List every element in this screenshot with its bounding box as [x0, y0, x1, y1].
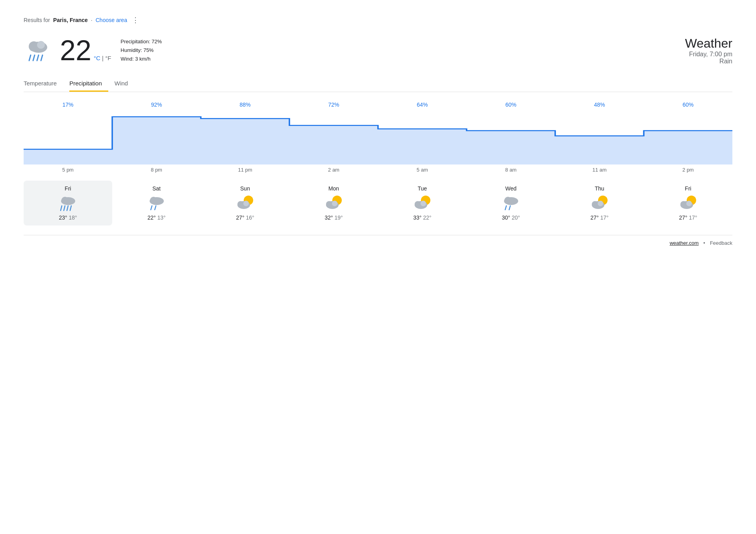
svg-line-16	[155, 206, 156, 210]
weather-left: 22 °C | °F Precipitation: 72% Humidity: …	[24, 36, 162, 65]
day-item-0[interactable]: Fri23° 18°	[24, 181, 112, 225]
svg-point-2	[37, 41, 45, 49]
svg-line-5	[37, 55, 39, 61]
day-item-7[interactable]: Fri27° 17°	[644, 181, 732, 225]
temperature-value: 22	[60, 36, 91, 65]
svg-point-40	[686, 201, 692, 206]
chart-area	[24, 109, 732, 164]
day-temps-4: 33° 22°	[413, 214, 431, 221]
chart-label-4: 64%	[378, 102, 467, 108]
svg-line-32	[509, 206, 510, 210]
time-label-4: 5 am	[378, 167, 467, 173]
day-icon-4	[412, 195, 433, 211]
svg-point-28	[421, 201, 426, 206]
separator-dot: ·	[91, 17, 93, 23]
day-icon-2	[235, 195, 256, 211]
time-label-5: 8 am	[467, 167, 555, 173]
day-item-1[interactable]: Sat22° 13°	[112, 181, 201, 225]
svg-point-35	[592, 201, 598, 207]
low-temp-1: 13°	[157, 214, 165, 221]
chart-top-labels: 17%92%88%72%64%60%48%60%	[24, 102, 732, 108]
time-label-2: 11 pm	[201, 167, 289, 173]
unit-block: °C | °F	[94, 55, 111, 61]
svg-line-15	[151, 206, 152, 210]
svg-point-24	[332, 201, 337, 206]
tab-precipitation[interactable]: Precipitation	[69, 76, 108, 92]
day-temps-7: 27° 17°	[679, 214, 697, 221]
time-label-7: 2 pm	[644, 167, 732, 173]
svg-point-27	[415, 201, 421, 207]
day-item-2[interactable]: Sun27° 16°	[201, 181, 289, 225]
day-forecast: Fri23° 18°Sat22° 13°Sun27° 16°Mon32° 19°…	[24, 181, 732, 225]
high-temp-4: 33°	[413, 214, 421, 221]
day-icon-5	[501, 195, 521, 211]
weather-date: Friday, 7:00 pm	[685, 51, 732, 58]
day-item-6[interactable]: Thu27° 17°	[555, 181, 644, 225]
choose-area-link[interactable]: Choose area	[96, 17, 127, 23]
time-label-3: 2 am	[289, 167, 378, 173]
day-name-2: Sun	[240, 185, 250, 192]
high-temp-7: 27°	[679, 214, 687, 221]
weather-source-link[interactable]: weather.com	[670, 240, 699, 246]
svg-point-36	[598, 201, 603, 206]
day-temps-6: 27° 17°	[590, 214, 608, 221]
day-item-4[interactable]: Tue33° 22°	[378, 181, 467, 225]
day-icon-1	[146, 195, 167, 211]
low-temp-2: 16°	[246, 214, 254, 221]
high-temp-3: 32°	[324, 214, 333, 221]
location: Paris, France	[53, 17, 88, 23]
chart-label-2: 88%	[201, 102, 289, 108]
time-labels: 5 pm8 pm11 pm2 am5 am8 am11 am2 pm	[24, 167, 732, 173]
svg-line-10	[64, 206, 65, 211]
day-item-3[interactable]: Mon32° 19°	[289, 181, 378, 225]
day-temps-1: 22° 13°	[147, 214, 165, 221]
day-name-4: Tue	[418, 185, 427, 192]
time-label-1: 8 pm	[112, 167, 201, 173]
weather-right: Weather Friday, 7:00 pm Rain	[685, 36, 732, 65]
high-temp-6: 27°	[590, 214, 598, 221]
day-temps-3: 32° 19°	[324, 214, 343, 221]
weather-condition: Rain	[685, 58, 732, 65]
high-temp-0: 23°	[59, 214, 67, 221]
svg-line-9	[61, 206, 62, 211]
low-temp-7: 17°	[689, 214, 697, 221]
results-prefix: Results for	[24, 17, 50, 23]
feedback-link[interactable]: Feedback	[710, 240, 732, 246]
tab-temperature[interactable]: Temperature	[24, 76, 63, 92]
low-temp-0: 18°	[69, 214, 77, 221]
footer-dot: •	[703, 240, 705, 246]
high-temp-2: 27°	[236, 214, 244, 221]
day-name-3: Mon	[328, 185, 339, 192]
weather-card: 22 °C | °F Precipitation: 72% Humidity: …	[24, 36, 732, 65]
svg-point-23	[326, 201, 332, 207]
precipitation-chart: 17%92%88%72%64%60%48%60% 5 pm8 pm11 pm2 …	[24, 102, 732, 173]
chart-label-7: 60%	[644, 102, 732, 108]
precipitation-detail: Precipitation: 72%	[120, 37, 162, 46]
chart-label-5: 60%	[467, 102, 555, 108]
day-icon-7	[678, 195, 699, 211]
results-header: Results for Paris, France · Choose area …	[24, 16, 732, 24]
high-temp-5: 30°	[502, 214, 510, 221]
day-item-5[interactable]: Wed30° 20°	[467, 181, 555, 225]
day-icon-6	[589, 195, 610, 211]
unit-celsius[interactable]: °C | °F	[94, 55, 111, 61]
time-label-0: 5 pm	[24, 167, 112, 173]
more-options-icon[interactable]: ⋮	[132, 16, 139, 24]
low-temp-3: 19°	[334, 214, 343, 221]
weather-title: Weather	[685, 36, 732, 51]
tab-wind[interactable]: Wind	[115, 76, 134, 92]
weather-icon	[24, 36, 52, 65]
weather-details: Precipitation: 72% Humidity: 75% Wind: 3…	[120, 37, 162, 63]
svg-point-30	[504, 197, 511, 204]
day-temps-0: 23° 18°	[59, 214, 77, 221]
day-icon-3	[324, 195, 344, 211]
day-temps-5: 30° 20°	[502, 214, 520, 221]
day-icon-0	[58, 195, 78, 211]
low-temp-6: 17°	[600, 214, 608, 221]
chart-label-3: 72%	[289, 102, 378, 108]
footer: weather.com • Feedback	[24, 235, 732, 246]
svg-point-39	[680, 201, 687, 207]
time-label-6: 11 am	[555, 167, 644, 173]
temperature-block: 22 °C | °F	[60, 36, 111, 65]
svg-line-12	[70, 206, 71, 211]
